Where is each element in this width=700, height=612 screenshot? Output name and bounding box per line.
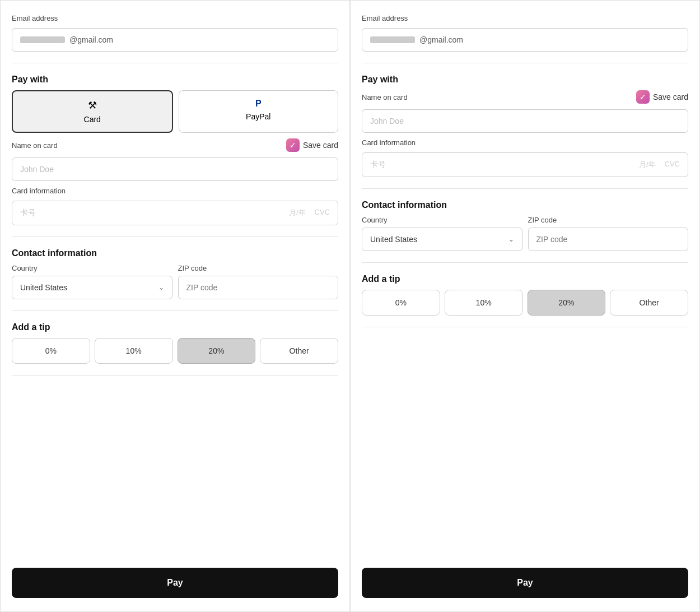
right-zip-input[interactable] bbox=[528, 228, 689, 251]
right-email-text: @gmail.com bbox=[419, 35, 463, 44]
contact-section: Contact information Country United State… bbox=[12, 248, 338, 311]
card-info-input[interactable]: 卡号 月/年 CVC bbox=[12, 201, 338, 225]
card-cvc-placeholder: CVC bbox=[315, 208, 330, 218]
save-card-checkbox[interactable]: ✓ bbox=[286, 138, 300, 152]
right-contact-section: Contact information Country United State… bbox=[362, 200, 688, 263]
right-card-cvc-placeholder: CVC bbox=[665, 160, 680, 170]
save-card-label: Save card bbox=[303, 141, 338, 150]
right-card-info-input[interactable]: 卡号 月/年 CVC bbox=[362, 152, 688, 177]
tip-title: Add a tip bbox=[12, 322, 338, 332]
right-email-section: Email address @gmail.com bbox=[362, 14, 688, 63]
right-country-label: Country bbox=[362, 216, 522, 224]
card-number-placeholder: 卡号 bbox=[20, 208, 36, 218]
paypal-method-button[interactable]: P PayPal bbox=[179, 90, 339, 133]
right-tip-title: Add a tip bbox=[362, 274, 688, 284]
right-email-label: Email address bbox=[362, 14, 688, 22]
name-on-card-label: Name on card bbox=[12, 141, 58, 150]
right-zip-label: ZIP code bbox=[528, 216, 689, 224]
save-card-row: ✓ Save card bbox=[286, 138, 338, 152]
right-country-value: United States bbox=[370, 235, 417, 244]
email-blur bbox=[20, 36, 65, 43]
paypal-label: PayPal bbox=[246, 112, 270, 121]
right-card-info-label: Card information bbox=[362, 138, 688, 147]
right-tip-buttons: 0% 10% 20% Other bbox=[362, 290, 688, 316]
right-card-number-placeholder: 卡号 bbox=[370, 160, 386, 170]
right-pay-with-section: Pay with Name on card ✓ Save card Card i… bbox=[362, 75, 688, 189]
zip-label: ZIP code bbox=[178, 264, 339, 272]
pay-methods: ⚒ Card P PayPal bbox=[12, 90, 338, 133]
right-card-info-right: 月/年 CVC bbox=[639, 160, 680, 170]
name-row: Name on card ✓ Save card bbox=[12, 138, 338, 152]
right-tip-section: Add a tip 0% 10% 20% Other bbox=[362, 274, 688, 327]
country-select[interactable]: United States ⌄ bbox=[12, 276, 172, 299]
email-text: @gmail.com bbox=[69, 35, 113, 44]
right-pay-with-title: Pay with bbox=[362, 75, 688, 85]
country-value: United States bbox=[20, 283, 67, 292]
right-name-on-card-input[interactable] bbox=[362, 109, 688, 133]
right-tip-10-button[interactable]: 10% bbox=[445, 290, 523, 316]
contact-title: Contact information bbox=[12, 248, 338, 258]
right-country-zip-row: Country United States ⌄ ZIP code bbox=[362, 216, 688, 251]
card-icon: ⚒ bbox=[88, 99, 97, 112]
right-save-card-checkbox[interactable]: ✓ bbox=[636, 90, 650, 104]
paypal-icon: P bbox=[255, 99, 262, 109]
tip-20-button[interactable]: 20% bbox=[178, 338, 256, 364]
email-section: Email address @gmail.com bbox=[12, 14, 338, 63]
right-tip-other-button[interactable]: Other bbox=[610, 290, 688, 316]
left-panel: Email address @gmail.com Pay with ⚒ Card… bbox=[0, 0, 350, 612]
email-input[interactable]: @gmail.com bbox=[12, 28, 338, 52]
email-label: Email address bbox=[12, 14, 338, 22]
card-info-label: Card information bbox=[12, 187, 338, 195]
tip-other-button[interactable]: Other bbox=[260, 338, 338, 364]
right-save-card-label: Save card bbox=[653, 92, 688, 101]
card-label: Card bbox=[84, 115, 101, 124]
pay-button[interactable]: Pay bbox=[12, 568, 338, 598]
right-contact-title: Contact information bbox=[362, 200, 688, 210]
tip-0-button[interactable]: 0% bbox=[12, 338, 90, 364]
country-label: Country bbox=[12, 264, 172, 272]
right-name-on-card-label: Name on card bbox=[362, 93, 408, 101]
name-on-card-input[interactable] bbox=[12, 157, 338, 181]
right-save-card-row: ✓ Save card bbox=[636, 90, 688, 104]
right-tip-20-button[interactable]: 20% bbox=[528, 290, 606, 316]
tip-10-button[interactable]: 10% bbox=[95, 338, 173, 364]
right-email-blur bbox=[370, 36, 415, 43]
right-tip-0-button[interactable]: 0% bbox=[362, 290, 440, 316]
pay-with-section: Pay with ⚒ Card P PayPal Name on card ✓ … bbox=[12, 75, 338, 237]
card-method-button[interactable]: ⚒ Card bbox=[12, 90, 173, 133]
right-name-row: Name on card ✓ Save card bbox=[362, 90, 688, 104]
chevron-down-icon: ⌄ bbox=[158, 284, 164, 291]
tip-buttons: 0% 10% 20% Other bbox=[12, 338, 338, 364]
country-zip-row: Country United States ⌄ ZIP code bbox=[12, 264, 338, 299]
card-expiry-placeholder: 月/年 bbox=[289, 208, 306, 218]
right-pay-button[interactable]: Pay bbox=[362, 568, 688, 598]
right-email-input[interactable]: @gmail.com bbox=[362, 28, 688, 52]
zip-input[interactable] bbox=[178, 276, 339, 299]
card-info-right: 月/年 CVC bbox=[289, 208, 330, 218]
right-chevron-down-icon: ⌄ bbox=[508, 235, 514, 243]
right-panel: Email address @gmail.com Pay with Name o… bbox=[350, 0, 700, 612]
right-card-expiry-placeholder: 月/年 bbox=[639, 160, 656, 170]
tip-section: Add a tip 0% 10% 20% Other bbox=[12, 322, 338, 375]
pay-with-title: Pay with bbox=[12, 75, 338, 85]
right-country-select[interactable]: United States ⌄ bbox=[362, 228, 522, 251]
